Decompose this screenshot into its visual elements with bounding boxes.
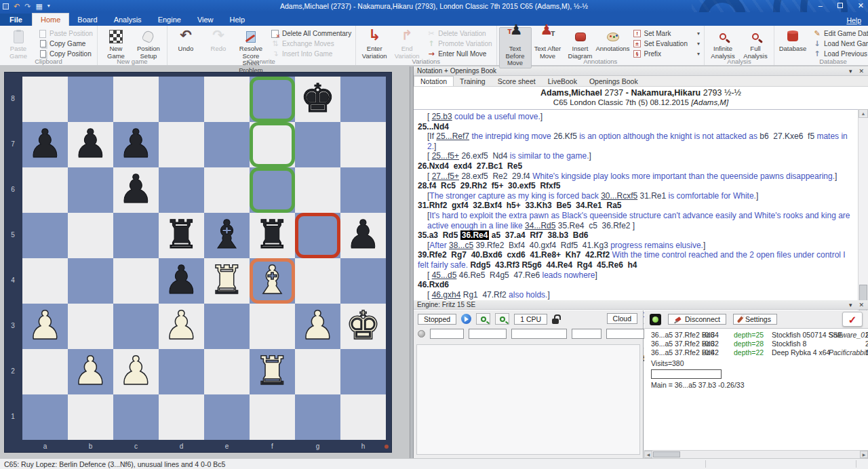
square-f3[interactable] [250, 304, 295, 349]
move-text[interactable]: 28.exf5 Re2 29.f4 [459, 171, 530, 181]
square-c3[interactable] [113, 304, 159, 349]
engine-pane-menu-caret-icon[interactable]: ▾ [849, 302, 852, 308]
engine-start-icon[interactable] [461, 314, 471, 324]
square-g7[interactable] [295, 122, 340, 167]
square-e8[interactable] [204, 77, 250, 122]
piece-black-rook-f5[interactable]: ♜ [250, 213, 295, 258]
move-text[interactable]: 38...c5 [449, 241, 473, 250]
chess-board[interactable]: ♚♟♟♟♟♜♝♜♟♟♜♝♟♟♟♚♟♟♜ [22, 77, 386, 440]
square-g1[interactable] [295, 394, 340, 440]
move-text[interactable]: 26.Nxd4 exd4 27.Bc1 Re5 [418, 161, 522, 171]
square-e3[interactable] [204, 304, 250, 349]
confirm-check-button[interactable]: ✓ [842, 312, 863, 327]
square-a6[interactable] [22, 167, 68, 213]
move-text[interactable]: 45...d5 [432, 270, 457, 280]
piece-white-pawn-g3[interactable]: ♟ [295, 304, 340, 349]
ribbon-insert-diagram-button[interactable]: InsertDiagram [564, 27, 597, 61]
ribbon-copy-game-button[interactable]: Copy Game [36, 39, 95, 49]
square-d1[interactable] [159, 394, 204, 440]
ribbon-undo-button[interactable]: Undo [170, 27, 202, 54]
square-h8[interactable] [340, 77, 386, 122]
tab-file[interactable]: File [0, 14, 32, 26]
close-button[interactable]: ✕ [858, 0, 864, 11]
ribbon-new-game-button[interactable]: NewGame [100, 27, 132, 61]
help-link[interactable]: Help [846, 16, 861, 24]
move-text[interactable]: [ [427, 290, 432, 300]
square-c1[interactable] [113, 394, 159, 440]
ribbon-delete-all-commentary-button[interactable]: Delete All Commentary [269, 28, 353, 39]
square-b6[interactable] [68, 167, 113, 213]
piece-black-pawn-b7[interactable]: ♟ [68, 122, 113, 167]
minimize-button[interactable]: – [818, 0, 823, 11]
piece-black-pawn-a7[interactable]: ♟ [22, 122, 68, 167]
lock-icon[interactable] [552, 319, 559, 324]
notation-pane-menu-caret-icon[interactable]: ▾ [849, 68, 852, 75]
piece-black-pawn-c6[interactable]: ♟ [113, 167, 159, 213]
move-text[interactable]: 31.Rhf2 gxf4 32.Bxf4 h5+ 33.Kh3 Be5 34.R… [418, 201, 621, 210]
scroll-up-icon[interactable]: ▲ [859, 109, 868, 118]
move-text[interactable]: [ [427, 151, 432, 161]
piece-white-rook-f2[interactable]: ♜ [250, 349, 295, 394]
engine-line[interactable]: 36...a5 37.Rfe2 Bd6-0.34depth=25Stockfis… [644, 331, 868, 340]
disconnect-button[interactable]: Disconnect [668, 314, 726, 325]
piece-white-pawn-b2[interactable]: ♟ [68, 349, 113, 394]
ribbon-annotations-button[interactable]: Annotations [597, 27, 629, 54]
engine-field-1[interactable] [430, 329, 464, 339]
cpu-count-button[interactable]: 1 CPU [514, 314, 547, 325]
notation-move-list[interactable]: [ 25.b3 could be a useful move.]25...Nd4… [414, 109, 858, 323]
tab-home[interactable]: Home [32, 13, 69, 26]
tab-analysis[interactable]: Analysis [106, 14, 150, 26]
move-text[interactable]: b6 27.Kxe6 f5 [760, 131, 814, 141]
move-text[interactable]: 25...Ref7 [436, 131, 469, 141]
engine-field-2[interactable] [469, 329, 507, 339]
move-text[interactable]: ] [540, 112, 542, 121]
move-text[interactable]: [ [427, 171, 432, 181]
engine-line[interactable]: 36...a5 37.Rfe2 Bd6-0.32depth=28Stockfis… [644, 340, 868, 348]
notation-scrollbar[interactable]: ▲ ▼ [858, 109, 868, 323]
square-c5[interactable] [113, 213, 159, 258]
piece-black-bishop-e5[interactable]: ♝ [204, 213, 250, 258]
square-d7[interactable] [159, 122, 204, 167]
ribbon-database-button[interactable]: Database [776, 27, 809, 54]
square-h2[interactable] [340, 349, 386, 394]
notation-tab-training[interactable]: Training [454, 77, 492, 86]
move-text[interactable]: 25...Nd4 [418, 122, 449, 131]
piece-black-pawn-d4[interactable]: ♟ [159, 258, 204, 304]
engine-stopped-button[interactable]: Stopped [418, 314, 456, 325]
move-text[interactable]: ] [434, 142, 436, 151]
square-h1[interactable] [340, 394, 386, 440]
move-text[interactable]: 31.Re1 [637, 191, 666, 201]
move-text[interactable]: 39.Rfe2 Rg7 40.Bxd6 cxd6 41.Re8+ Kh7 42.… [418, 250, 610, 260]
square-g2[interactable] [295, 349, 340, 394]
square-e2[interactable] [204, 349, 250, 394]
square-g4[interactable] [295, 258, 340, 304]
move-text[interactable]: 46.Re5 R4g5 47.Re6 [456, 270, 540, 280]
ribbon-enter-variation-button[interactable]: EnterVariation [358, 27, 391, 61]
engine-input-box[interactable] [651, 369, 722, 379]
move-text[interactable]: 34...Rd5 [525, 221, 555, 230]
move-text[interactable]: [ [427, 270, 432, 280]
tab-help[interactable]: Help [222, 14, 254, 26]
dropdown-caret-icon[interactable]: ▾ [688, 41, 700, 47]
move-text[interactable]: 25.b3 [432, 112, 452, 121]
engine-hscrollbar[interactable]: ◀ ▶ [644, 450, 868, 458]
move-text[interactable]: 35.Re4 c5 36.Rfe2 ] [555, 221, 635, 230]
move-text[interactable]: 46.gxh4 [432, 290, 461, 300]
move-text[interactable]: ] [589, 151, 591, 161]
piece-black-pawn-h5[interactable]: ♟ [340, 213, 386, 258]
ribbon-position-setup-button[interactable]: PositionSetup [132, 27, 165, 61]
notation-tab-livebook[interactable]: LiveBook [542, 77, 583, 86]
square-h6[interactable] [340, 167, 386, 213]
cloud-button[interactable]: Cloud [607, 313, 637, 324]
ribbon-full-analysis-button[interactable]: FullAnalysis [739, 27, 772, 61]
current-move[interactable]: 36.Re4 [460, 230, 490, 240]
tab-view[interactable]: View [189, 14, 222, 26]
move-text[interactable]: ] [547, 290, 549, 300]
engine-field-4[interactable] [572, 329, 601, 339]
square-h7[interactable] [340, 122, 386, 167]
ribbon-text-after-move-button[interactable]: Text AfterMove [532, 27, 564, 61]
ribbon-set-evaluation-button[interactable]: ±Set Evaluation▾ [631, 39, 703, 49]
notation-tab-notation[interactable]: Notation [414, 76, 454, 86]
square-b4[interactable] [68, 258, 113, 304]
square-h4[interactable] [340, 258, 386, 304]
